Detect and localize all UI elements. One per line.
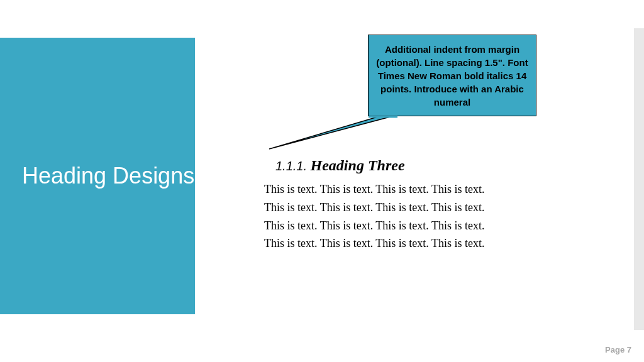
body-line: This is text. This is text. This is text…: [264, 234, 566, 253]
body-line: This is text. This is text. This is text…: [264, 217, 566, 235]
sidebar-title: Heading Designs: [22, 162, 194, 189]
body-text: This is text. This is text. This is text…: [264, 180, 566, 253]
heading-number: 1.1.1.: [275, 159, 307, 173]
svg-marker-0: [269, 117, 390, 149]
callout-text: Additional indent from margin (optional)…: [376, 43, 528, 109]
content-area: 1.1.1. Heading Three This is text. This …: [264, 157, 566, 253]
page-label: Page: [605, 345, 625, 354]
sidebar-panel: Heading Designs: [0, 38, 195, 314]
page-footer: Page 7: [605, 345, 631, 354]
callout-box: Additional indent from margin (optional)…: [368, 35, 536, 116]
right-decorative-bar: [634, 28, 644, 330]
body-line: This is text. This is text. This is text…: [264, 199, 566, 217]
heading-three: 1.1.1. Heading Three: [275, 157, 566, 174]
page-number: 7: [627, 345, 631, 354]
body-line: This is text. This is text. This is text…: [264, 180, 566, 199]
heading-title: Heading Three: [311, 157, 405, 173]
